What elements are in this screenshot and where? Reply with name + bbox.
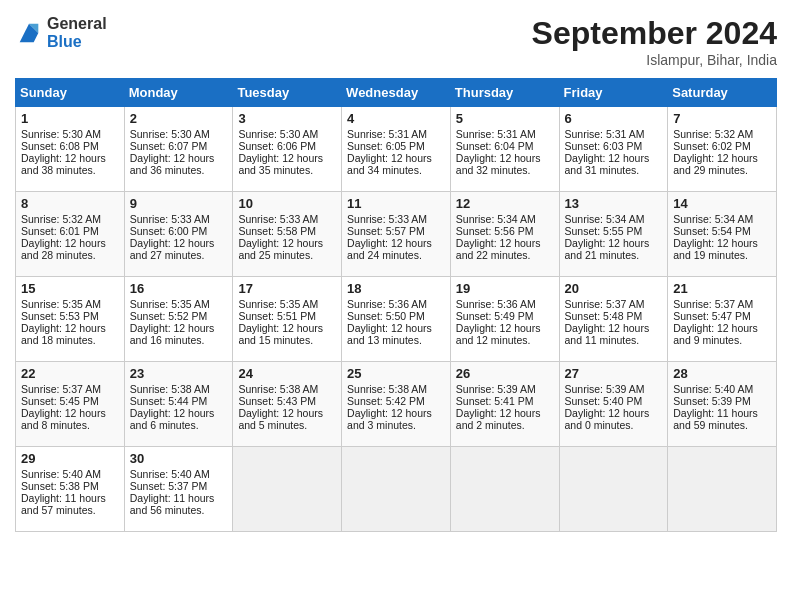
day-cell-2: 2 Sunrise: 5:30 AM Sunset: 6:07 PM Dayli…: [124, 107, 233, 192]
page-header: General Blue September 2024 Islampur, Bi…: [15, 15, 777, 68]
day-cell-10: 10 Sunrise: 5:33 AM Sunset: 5:58 PM Dayl…: [233, 192, 342, 277]
daylight-29: Daylight: 11 hours and 57 minutes.: [21, 492, 106, 516]
daylight-20: Daylight: 12 hours and 11 minutes.: [565, 322, 650, 346]
daylight-27: Daylight: 12 hours and 0 minutes.: [565, 407, 650, 431]
sunset-4: Sunset: 6:05 PM: [347, 140, 425, 152]
calendar-row: 29 Sunrise: 5:40 AM Sunset: 5:38 PM Dayl…: [16, 447, 777, 532]
logo-text: General Blue: [47, 15, 107, 51]
calendar-row: 15 Sunrise: 5:35 AM Sunset: 5:53 PM Dayl…: [16, 277, 777, 362]
calendar-row: 8 Sunrise: 5:32 AM Sunset: 6:01 PM Dayli…: [16, 192, 777, 277]
day-number-12: 12: [456, 196, 554, 211]
sunset-30: Sunset: 5:37 PM: [130, 480, 208, 492]
empty-cell: [559, 447, 668, 532]
day-cell-12: 12 Sunrise: 5:34 AM Sunset: 5:56 PM Dayl…: [450, 192, 559, 277]
daylight-9: Daylight: 12 hours and 27 minutes.: [130, 237, 215, 261]
day-cell-27: 27 Sunrise: 5:39 AM Sunset: 5:40 PM Dayl…: [559, 362, 668, 447]
location: Islampur, Bihar, India: [532, 52, 777, 68]
sunrise-13: Sunrise: 5:34 AM: [565, 213, 645, 225]
day-cell-17: 17 Sunrise: 5:35 AM Sunset: 5:51 PM Dayl…: [233, 277, 342, 362]
day-number-10: 10: [238, 196, 336, 211]
sunset-3: Sunset: 6:06 PM: [238, 140, 316, 152]
daylight-30: Daylight: 11 hours and 56 minutes.: [130, 492, 215, 516]
sunset-6: Sunset: 6:03 PM: [565, 140, 643, 152]
sunrise-29: Sunrise: 5:40 AM: [21, 468, 101, 480]
calendar-row: 1 Sunrise: 5:30 AM Sunset: 6:08 PM Dayli…: [16, 107, 777, 192]
sunset-21: Sunset: 5:47 PM: [673, 310, 751, 322]
col-tuesday: Tuesday: [233, 79, 342, 107]
day-number-27: 27: [565, 366, 663, 381]
day-cell-18: 18 Sunrise: 5:36 AM Sunset: 5:50 PM Dayl…: [342, 277, 451, 362]
sunset-23: Sunset: 5:44 PM: [130, 395, 208, 407]
daylight-5: Daylight: 12 hours and 32 minutes.: [456, 152, 541, 176]
sunset-10: Sunset: 5:58 PM: [238, 225, 316, 237]
col-wednesday: Wednesday: [342, 79, 451, 107]
empty-cell: [668, 447, 777, 532]
daylight-1: Daylight: 12 hours and 38 minutes.: [21, 152, 106, 176]
sunset-1: Sunset: 6:08 PM: [21, 140, 99, 152]
sunrise-10: Sunrise: 5:33 AM: [238, 213, 318, 225]
day-number-15: 15: [21, 281, 119, 296]
sunrise-20: Sunrise: 5:37 AM: [565, 298, 645, 310]
day-cell-6: 6 Sunrise: 5:31 AM Sunset: 6:03 PM Dayli…: [559, 107, 668, 192]
day-number-24: 24: [238, 366, 336, 381]
col-monday: Monday: [124, 79, 233, 107]
day-number-4: 4: [347, 111, 445, 126]
sunset-13: Sunset: 5:55 PM: [565, 225, 643, 237]
sunrise-4: Sunrise: 5:31 AM: [347, 128, 427, 140]
sunset-8: Sunset: 6:01 PM: [21, 225, 99, 237]
sunrise-6: Sunrise: 5:31 AM: [565, 128, 645, 140]
day-number-1: 1: [21, 111, 119, 126]
day-number-29: 29: [21, 451, 119, 466]
day-cell-21: 21 Sunrise: 5:37 AM Sunset: 5:47 PM Dayl…: [668, 277, 777, 362]
sunset-5: Sunset: 6:04 PM: [456, 140, 534, 152]
day-number-17: 17: [238, 281, 336, 296]
day-cell-20: 20 Sunrise: 5:37 AM Sunset: 5:48 PM Dayl…: [559, 277, 668, 362]
day-cell-14: 14 Sunrise: 5:34 AM Sunset: 5:54 PM Dayl…: [668, 192, 777, 277]
sunrise-19: Sunrise: 5:36 AM: [456, 298, 536, 310]
day-number-5: 5: [456, 111, 554, 126]
day-number-14: 14: [673, 196, 771, 211]
empty-cell: [450, 447, 559, 532]
day-cell-29: 29 Sunrise: 5:40 AM Sunset: 5:38 PM Dayl…: [16, 447, 125, 532]
daylight-2: Daylight: 12 hours and 36 minutes.: [130, 152, 215, 176]
day-number-25: 25: [347, 366, 445, 381]
sunrise-9: Sunrise: 5:33 AM: [130, 213, 210, 225]
daylight-12: Daylight: 12 hours and 22 minutes.: [456, 237, 541, 261]
daylight-28: Daylight: 11 hours and 59 minutes.: [673, 407, 758, 431]
sunset-18: Sunset: 5:50 PM: [347, 310, 425, 322]
sunset-27: Sunset: 5:40 PM: [565, 395, 643, 407]
daylight-26: Daylight: 12 hours and 2 minutes.: [456, 407, 541, 431]
daylight-15: Daylight: 12 hours and 18 minutes.: [21, 322, 106, 346]
daylight-21: Daylight: 12 hours and 9 minutes.: [673, 322, 758, 346]
daylight-3: Daylight: 12 hours and 35 minutes.: [238, 152, 323, 176]
sunrise-12: Sunrise: 5:34 AM: [456, 213, 536, 225]
day-number-18: 18: [347, 281, 445, 296]
sunset-29: Sunset: 5:38 PM: [21, 480, 99, 492]
sunset-17: Sunset: 5:51 PM: [238, 310, 316, 322]
logo: General Blue: [15, 15, 107, 51]
day-number-2: 2: [130, 111, 228, 126]
daylight-6: Daylight: 12 hours and 31 minutes.: [565, 152, 650, 176]
header-row: Sunday Monday Tuesday Wednesday Thursday…: [16, 79, 777, 107]
daylight-23: Daylight: 12 hours and 6 minutes.: [130, 407, 215, 431]
sunrise-2: Sunrise: 5:30 AM: [130, 128, 210, 140]
col-saturday: Saturday: [668, 79, 777, 107]
day-cell-5: 5 Sunrise: 5:31 AM Sunset: 6:04 PM Dayli…: [450, 107, 559, 192]
col-friday: Friday: [559, 79, 668, 107]
day-cell-28: 28 Sunrise: 5:40 AM Sunset: 5:39 PM Dayl…: [668, 362, 777, 447]
daylight-24: Daylight: 12 hours and 5 minutes.: [238, 407, 323, 431]
daylight-14: Daylight: 12 hours and 19 minutes.: [673, 237, 758, 261]
day-number-22: 22: [21, 366, 119, 381]
month-title: September 2024: [532, 15, 777, 52]
sunset-14: Sunset: 5:54 PM: [673, 225, 751, 237]
day-cell-7: 7 Sunrise: 5:32 AM Sunset: 6:02 PM Dayli…: [668, 107, 777, 192]
day-cell-26: 26 Sunrise: 5:39 AM Sunset: 5:41 PM Dayl…: [450, 362, 559, 447]
day-number-16: 16: [130, 281, 228, 296]
sunrise-27: Sunrise: 5:39 AM: [565, 383, 645, 395]
empty-cell: [342, 447, 451, 532]
sunset-24: Sunset: 5:43 PM: [238, 395, 316, 407]
daylight-25: Daylight: 12 hours and 3 minutes.: [347, 407, 432, 431]
sunset-19: Sunset: 5:49 PM: [456, 310, 534, 322]
daylight-7: Daylight: 12 hours and 29 minutes.: [673, 152, 758, 176]
sunrise-21: Sunrise: 5:37 AM: [673, 298, 753, 310]
